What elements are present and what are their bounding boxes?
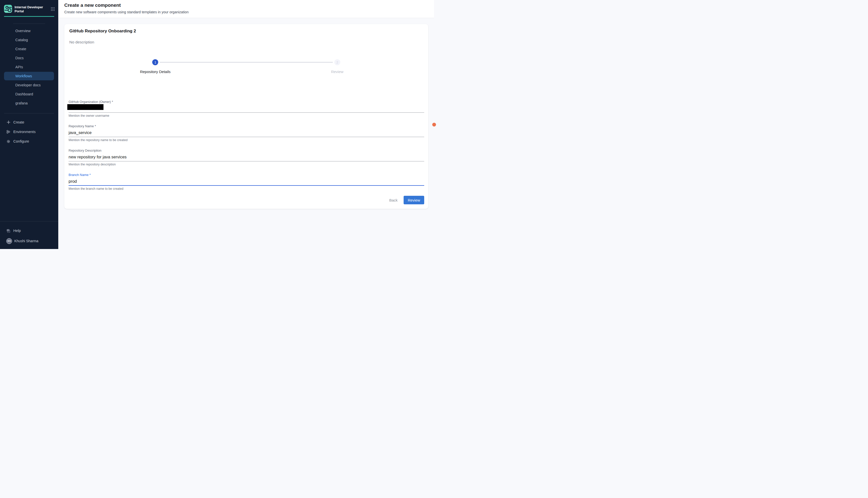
sidebar-item-developer-docs[interactable]: Developer docs (4, 81, 54, 89)
nav-divider (13, 24, 45, 24)
main-area: Create a new component Create new softwa… (58, 0, 434, 249)
help-label: Help (13, 229, 21, 233)
review-button[interactable]: Review (404, 196, 424, 204)
field-helper: Mention the repository name to be create… (68, 138, 424, 142)
help-button[interactable]: ? Help (0, 226, 58, 235)
portal-logo-icon (4, 5, 12, 13)
template-description: No description (69, 40, 423, 44)
sidebar-item-apis[interactable]: APIs (4, 63, 54, 71)
svg-text:?: ? (8, 230, 9, 231)
stepper: 1 Repository Details 2 Review (64, 59, 428, 74)
sidebar-action-configure[interactable]: Configure (0, 136, 58, 146)
sidebar-item-docs[interactable]: Docs (4, 54, 54, 62)
hexagons-icon (6, 130, 11, 134)
page-header: Create a new component Create new softwa… (58, 0, 434, 18)
content-area: GitHub Repository Onboarding 2 No descri… (58, 18, 434, 249)
redacted-value-overlay (67, 104, 103, 110)
field-github-organization: GitHub Organization (Owner) * Mention th… (68, 100, 424, 117)
page-title: Create a new component (64, 0, 434, 8)
portal-title: Internal Developer Portal (15, 5, 44, 13)
step-label: Review (331, 69, 343, 74)
field-branch-name: Branch Name * Mention the branch name to… (68, 173, 424, 191)
step-review[interactable]: 2 Review (246, 59, 428, 74)
user-menu[interactable]: KS Khushi Sharma (0, 236, 58, 246)
gear-icon (6, 139, 11, 144)
action-label: Create (13, 120, 24, 124)
sidebar-item-overview[interactable]: Overview (4, 27, 54, 35)
sidebar: Internal Developer Portal Overview Catal… (0, 0, 58, 249)
sidebar-item-workflows[interactable]: Workflows (4, 72, 54, 80)
field-label: GitHub Organization (Owner) * (68, 100, 424, 104)
field-helper: Mention the branch name to be created (68, 187, 424, 191)
step-repository-details[interactable]: 1 Repository Details (64, 59, 246, 74)
avatar: KS (6, 238, 12, 244)
back-button[interactable]: Back (387, 196, 400, 204)
brand-accent-rule (4, 16, 54, 17)
field-repository-name: Repository Name * Mention the repository… (68, 124, 424, 142)
sidebar-item-catalog[interactable]: Catalog (4, 36, 54, 44)
form-footer: Back Review (387, 196, 424, 204)
step-number-badge: 1 (152, 59, 158, 65)
repository-name-input[interactable] (68, 129, 424, 137)
field-label: Branch Name * (68, 173, 424, 177)
user-name: Khushi Sharma (14, 239, 38, 243)
apps-grid-icon[interactable] (51, 7, 55, 12)
step-connector (160, 62, 333, 63)
action-label: Environments (13, 130, 36, 134)
field-helper: Mention the repository description (68, 163, 424, 166)
sidebar-action-environments[interactable]: Environments (0, 127, 58, 136)
plus-icon (6, 120, 11, 124)
page-subtitle: Create new software components using sta… (64, 10, 434, 14)
field-label: Repository Name * (68, 124, 424, 128)
branch-name-input[interactable] (68, 178, 424, 186)
primary-nav: Overview Catalog Create Docs APIs Workfl… (0, 26, 58, 108)
field-helper: Mention the owner username (68, 114, 424, 117)
action-label: Configure (13, 139, 29, 143)
repository-details-form: GitHub Organization (Owner) * Mention th… (68, 100, 424, 191)
field-repository-description: Repository Description Mention the repos… (68, 148, 424, 166)
sidebar-item-create[interactable]: Create (4, 45, 54, 53)
repository-description-input[interactable] (68, 154, 424, 161)
step-number-badge: 2 (334, 59, 340, 65)
step-label: Repository Details (140, 69, 170, 74)
secondary-nav: Create Environments Configure (0, 117, 58, 146)
field-label: Repository Description (68, 148, 424, 153)
help-chat-icon: ? (6, 229, 11, 233)
sidebar-item-dashboard[interactable]: Dashboard (4, 90, 54, 99)
github-organization-input[interactable] (68, 105, 424, 113)
brand-header: Internal Developer Portal (0, 0, 58, 13)
template-title: GitHub Repository Onboarding 2 (69, 29, 423, 34)
sidebar-item-grafana[interactable]: grafana (4, 99, 54, 107)
sidebar-action-create[interactable]: Create (0, 117, 58, 127)
nav-divider (4, 113, 54, 114)
template-wizard-card: GitHub Repository Onboarding 2 No descri… (64, 24, 428, 209)
